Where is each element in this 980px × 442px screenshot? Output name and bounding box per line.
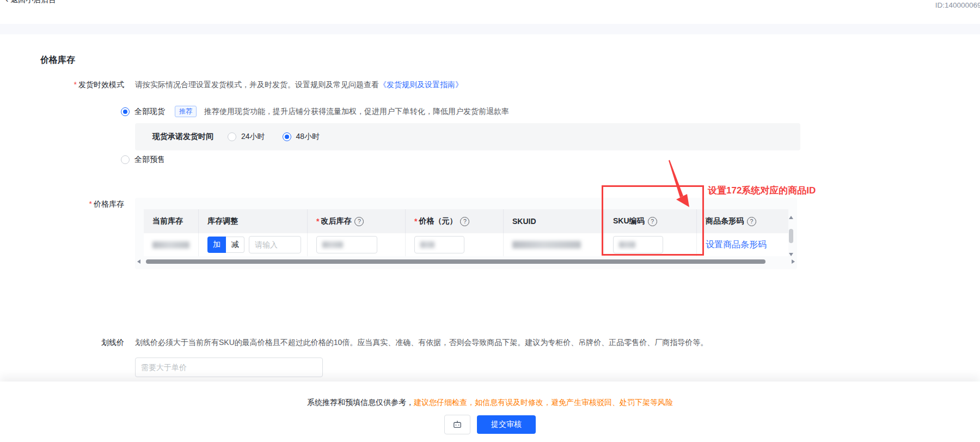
sku-table-row: 加 减 设置商品条形码: [144, 233, 788, 256]
sku-code-cell: [604, 233, 696, 256]
set-barcode-link[interactable]: 设置商品条形码: [706, 239, 767, 251]
horizontal-scrollbar[interactable]: [137, 258, 795, 265]
back-label: 返回小店后台: [10, 0, 56, 5]
page-title: 价格库存: [40, 55, 75, 66]
sku-table-inner: 当前库存 库存调整 *改后库存 ? *价格（元） ? SKUID SKU编码 ?…: [144, 209, 788, 256]
shipping-mode-desc: 请按实际情况合理设置发货模式，并及时发货。设置规则及常见问题查看《发货规则及设置…: [135, 80, 463, 90]
back-to-shop-link[interactable]: ‹ 返回小店后台: [5, 0, 56, 5]
redacted-value: [152, 241, 189, 249]
scroll-right-icon[interactable]: [792, 259, 795, 264]
radio-unselected-icon[interactable]: [228, 132, 236, 141]
stock-adjust-input[interactable]: [249, 236, 301, 253]
sku-table-header: 当前库存 库存调整 *改后库存 ? *价格（元） ? SKUID SKU编码 ?…: [144, 209, 788, 233]
option-all-presale[interactable]: 全部预售: [121, 155, 165, 165]
strike-price-row: 划线价 划线价必须大于当前所有SKU的最高价格且不超过此价格的10倍。应当真实、…: [0, 338, 708, 348]
col-stock-adjust: 库存调整: [198, 209, 307, 233]
redacted-value: [420, 241, 434, 248]
option-24h[interactable]: 24小时: [228, 132, 265, 142]
option-48h[interactable]: 48小时: [283, 132, 320, 142]
help-icon[interactable]: ?: [747, 217, 756, 226]
radio-unselected-icon[interactable]: [121, 155, 130, 164]
shipping-mode-row: *发货时效模式 请按实际情况合理设置发货模式，并及时发货。设置规则及常见问题查看…: [0, 80, 463, 90]
in-stock-label: 全部现货: [134, 107, 165, 117]
redacted-value: [619, 241, 635, 248]
top-divider-band: [0, 24, 980, 34]
assistant-robot-icon: [452, 419, 463, 430]
presale-label: 全部预售: [134, 155, 165, 165]
vertical-scrollbar[interactable]: [788, 216, 794, 256]
assistant-button[interactable]: [444, 415, 470, 434]
strike-price-label: 划线价: [0, 338, 124, 348]
skuid-cell: [503, 233, 604, 256]
current-stock-cell: [144, 233, 198, 256]
stock-adjust-cell: 加 减: [198, 233, 307, 256]
product-id: ID:1400000696: [935, 1, 980, 9]
redacted-value: [322, 241, 343, 248]
recommend-badge: 推荐: [175, 106, 197, 117]
col-price: *价格（元） ?: [405, 209, 503, 233]
help-icon[interactable]: ?: [648, 217, 657, 226]
submit-review-button[interactable]: 提交审核: [477, 415, 536, 434]
sku-table-row-label: *价格库存: [0, 199, 124, 209]
radio-selected-icon[interactable]: [283, 132, 291, 141]
sku-table: 当前库存 库存调整 *改后库存 ? *价格（元） ? SKUID SKU编码 ?…: [135, 198, 797, 269]
strike-price-desc: 划线价必须大于当前所有SKU的最高价格且不超过此价格的10倍。应当真实、准确、有…: [135, 338, 708, 348]
product-edit-page: ‹ 返回小店后台 ID:1400000696 价格库存 *发货时效模式 请按实际…: [0, 0, 980, 442]
redacted-value: [512, 241, 581, 249]
barcode-cell: 设置商品条形码: [696, 233, 788, 256]
shipping-mode-label: *发货时效模式: [0, 80, 124, 90]
annotation-text: 设置172系统对应的商品ID: [708, 184, 816, 197]
sku-table-label: *价格库存: [0, 199, 124, 209]
col-current-stock: 当前库存: [144, 209, 198, 233]
help-icon[interactable]: ?: [354, 217, 364, 226]
new-stock-cell: [307, 233, 405, 256]
horizontal-scroll-thumb[interactable]: [146, 259, 765, 264]
required-mark: *: [74, 80, 77, 89]
footer-bar: 系统推荐和预填信息仅供参考，建议您仔细检查，如信息有误及时修改，避免产生审核驳回…: [0, 382, 980, 442]
option-all-in-stock[interactable]: 全部现货 推荐 推荐使用现货功能，提升店铺分获得流量加权，促进用户下单转化，降低…: [121, 106, 509, 117]
scroll-up-icon[interactable]: [789, 216, 793, 219]
required-mark: *: [89, 199, 92, 208]
promise-time-label: 现货承诺发货时间: [152, 132, 213, 142]
price-cell: [405, 233, 503, 256]
shipping-guide-link[interactable]: 《发货规则及设置指南》: [379, 80, 463, 89]
radio-selected-icon[interactable]: [121, 107, 130, 116]
back-chevron-icon: ‹: [5, 0, 8, 5]
help-icon[interactable]: ?: [460, 217, 469, 226]
col-skuid: SKUID: [503, 209, 604, 233]
strike-price-input[interactable]: [135, 358, 323, 377]
col-sku-code: SKU编码 ?: [604, 209, 696, 233]
col-barcode: 商品条形码 ?: [696, 209, 788, 233]
promise-time-panel: 现货承诺发货时间 24小时 48小时: [135, 123, 800, 150]
stock-add-button[interactable]: 加: [207, 237, 226, 253]
scroll-down-icon[interactable]: [789, 253, 793, 256]
footer-buttons: 提交审核: [0, 415, 980, 434]
scroll-left-icon[interactable]: [137, 259, 140, 264]
stock-sub-button[interactable]: 减: [226, 237, 244, 253]
review-notice: 系统推荐和预填信息仅供参考，建议您仔细检查，如信息有误及时修改，避免产生审核驳回…: [0, 398, 980, 408]
review-warning: 建议您仔细检查，如信息有误及时修改，避免产生审核驳回、处罚下架等风险: [414, 398, 673, 407]
vertical-scroll-thumb[interactable]: [789, 229, 793, 243]
col-new-stock: *改后库存 ?: [307, 209, 405, 233]
in-stock-note: 推荐使用现货功能，提升店铺分获得流量加权，促进用户下单转化，降低用户发货前退款率: [204, 107, 509, 117]
